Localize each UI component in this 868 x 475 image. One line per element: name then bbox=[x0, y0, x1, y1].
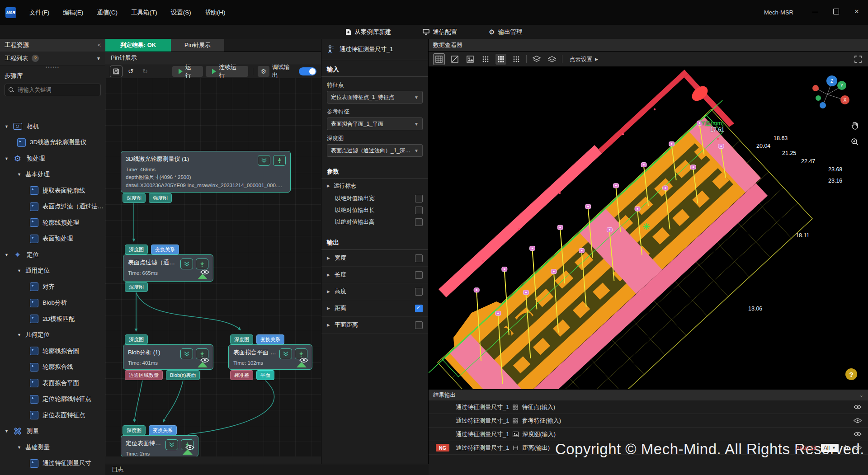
result-output-header[interactable]: 结果输出 ⌄ bbox=[429, 390, 868, 400]
caret-down-icon[interactable]: ▼ bbox=[17, 268, 21, 273]
new-from-case-button[interactable]: 从案例库新建 bbox=[345, 28, 391, 36]
port-深度图[interactable]: 深度图 bbox=[125, 334, 148, 344]
tree-item[interactable]: ▼通用定位 bbox=[0, 263, 105, 279]
chevron-down-icon[interactable]: ▼ bbox=[96, 56, 101, 61]
port-连通区域数量[interactable]: 连通区域数量 bbox=[125, 370, 163, 380]
undo-button[interactable]: ↺ bbox=[125, 66, 137, 77]
pan-hand-tool[interactable] bbox=[849, 120, 861, 132]
eye-icon[interactable] bbox=[854, 404, 862, 409]
pin-output-button[interactable] bbox=[196, 259, 208, 269]
graph-settings-button[interactable]: ⚙ bbox=[258, 66, 269, 77]
port-变换关系[interactable]: 变换关系 bbox=[256, 334, 284, 344]
depth-map-select[interactable]: 表面点过滤（通过法向）_1_深度图▼ bbox=[327, 144, 423, 157]
graph-node[interactable]: 定位表面特征点 (1)Time: 2ms bbox=[121, 435, 198, 456]
output-length-row[interactable]: ▶长度 bbox=[321, 267, 428, 283]
output-plane-distance-row[interactable]: ▶平面距离 bbox=[321, 317, 428, 334]
collapse-node-button[interactable] bbox=[180, 259, 193, 269]
tree-item[interactable]: 通过特征测量尺寸 bbox=[0, 456, 105, 472]
abs-height-checkbox[interactable] bbox=[415, 218, 423, 226]
port-强度图[interactable]: 强度图 bbox=[149, 193, 172, 203]
tree-item[interactable]: 定位轮廓线特征点 bbox=[0, 391, 105, 408]
collapse-node-button[interactable] bbox=[279, 348, 292, 359]
caret-down-icon[interactable]: ▼ bbox=[17, 333, 21, 337]
result-row[interactable]: 通过特征测量尺寸_1深度图(输入) bbox=[429, 428, 868, 441]
caret-down-icon[interactable]: ▼ bbox=[5, 429, 9, 433]
no-image-icon[interactable] bbox=[449, 54, 460, 65]
port-深度图[interactable]: 深度图 bbox=[125, 245, 148, 254]
project-list-row[interactable]: 工程列表 ? ▼ bbox=[0, 52, 105, 66]
tree-item[interactable]: 轮廓线拟合圆 bbox=[0, 343, 105, 359]
tree-item[interactable]: ▼几何定位 bbox=[0, 327, 105, 343]
eye-icon[interactable] bbox=[854, 418, 862, 423]
axis-gizmo[interactable]: Z Y X bbox=[812, 75, 855, 113]
visibility-icon[interactable] bbox=[198, 270, 209, 280]
visibility-icon[interactable] bbox=[198, 358, 209, 368]
output-width-row[interactable]: ▶宽度 bbox=[321, 250, 428, 267]
dot-grid-icon[interactable] bbox=[480, 54, 491, 65]
port-深度图[interactable]: 深度图 bbox=[230, 334, 253, 344]
menu-toolbox[interactable]: 工具箱(T) bbox=[124, 9, 164, 17]
view-mode-icon[interactable] bbox=[433, 53, 445, 65]
port-深度图[interactable]: 深度图 bbox=[123, 425, 146, 435]
tree-item[interactable]: Blob分析 bbox=[0, 295, 105, 311]
tree-item[interactable]: 轮廓线预处理 bbox=[0, 215, 105, 231]
visibility-icon[interactable] bbox=[183, 446, 194, 456]
tree-item[interactable]: ▼相机 bbox=[0, 118, 105, 135]
abs-length-checkbox[interactable] bbox=[415, 207, 423, 214]
output-management-button[interactable]: ⚙ 输出管理 bbox=[489, 28, 522, 36]
fullscreen-icon[interactable] bbox=[853, 54, 863, 65]
port-标准差[interactable]: 标准差 bbox=[230, 370, 253, 380]
minimize-button[interactable]: — bbox=[807, 5, 823, 18]
collapse-node-button[interactable] bbox=[180, 348, 193, 359]
communication-config-button[interactable]: 通信配置 bbox=[423, 28, 457, 36]
log-bar[interactable]: 日志 bbox=[105, 464, 429, 475]
tree-item[interactable]: 表面拟合平面 bbox=[0, 375, 105, 391]
tree-item[interactable]: 轮廓拟合线 bbox=[0, 359, 105, 376]
eye-icon[interactable] bbox=[854, 432, 862, 437]
debug-output-toggle[interactable] bbox=[299, 67, 316, 75]
port-深度图[interactable]: 深度图 bbox=[125, 282, 148, 292]
help-badge-icon[interactable]: ? bbox=[32, 55, 39, 62]
image-view-icon[interactable] bbox=[465, 54, 476, 65]
run-button[interactable]: 运行 bbox=[172, 66, 203, 77]
zoom-tool[interactable] bbox=[849, 136, 861, 148]
caret-down-icon[interactable]: ▼ bbox=[17, 172, 21, 177]
collapse-node-button[interactable] bbox=[165, 439, 178, 450]
tree-item[interactable]: ▼⚙预处理 bbox=[0, 150, 105, 167]
result-row[interactable]: 通过特征测量尺寸_1参考特征(输入) bbox=[429, 414, 868, 428]
caret-down-icon[interactable]: ▼ bbox=[5, 156, 9, 161]
tree-item[interactable]: ▼基础测量 bbox=[0, 439, 105, 456]
menu-help[interactable]: 帮助(H) bbox=[198, 9, 232, 17]
layers-icon[interactable] bbox=[531, 54, 542, 65]
menu-edit[interactable]: 编辑(E) bbox=[56, 9, 90, 17]
abs-width-checkbox[interactable] bbox=[415, 195, 423, 202]
search-input[interactable]: 请输入关键词 bbox=[5, 84, 101, 96]
length-checkbox[interactable] bbox=[415, 271, 423, 279]
reference-feature-select[interactable]: 表面拟合平面_1_平面▼ bbox=[327, 118, 423, 130]
port-变换关系[interactable]: 变换关系 bbox=[149, 425, 177, 435]
graph-node[interactable]: Blob分析 (1)Time: 401ms bbox=[123, 344, 213, 370]
help-button[interactable]: ? bbox=[845, 368, 857, 380]
width-checkbox[interactable] bbox=[415, 254, 423, 262]
caret-down-icon[interactable]: ▼ bbox=[5, 124, 9, 129]
tree-item[interactable]: 定位表面特征点 bbox=[0, 407, 105, 423]
pointcloud-settings-button[interactable]: 点云设置 ▶ bbox=[570, 56, 598, 63]
chart-icon[interactable] bbox=[843, 444, 849, 451]
tree-item[interactable]: 3D线激光轮廓测量仪 bbox=[0, 135, 105, 151]
pointcloud-scene[interactable]: Y差(mm)17.6118.6320.0421.2522.4723.6823.1… bbox=[429, 66, 868, 389]
menu-communication[interactable]: 通信(C) bbox=[90, 9, 124, 17]
save-button[interactable] bbox=[110, 66, 123, 77]
tree-item[interactable]: 2D模板匹配 bbox=[0, 311, 105, 327]
caret-down-icon[interactable]: ▼ bbox=[17, 445, 21, 450]
tree-item[interactable]: ▼⌖定位 bbox=[0, 247, 105, 263]
collapse-triangle-icon[interactable]: ▶ bbox=[327, 183, 330, 188]
height-checkbox[interactable] bbox=[415, 288, 423, 296]
menu-file[interactable]: 文件(F) bbox=[23, 9, 56, 17]
tree-item[interactable]: 表面点过滤（通过法向） bbox=[0, 199, 105, 215]
menu-settings[interactable]: 设置(S) bbox=[164, 9, 198, 17]
collapse-node-button[interactable] bbox=[258, 155, 270, 166]
collapse-panel-icon[interactable]: < bbox=[98, 42, 101, 48]
node-graph-canvas[interactable]: 3D线激光轮廓测量仪 (1)Time: 469msdepth图像尺寸(4096 … bbox=[105, 78, 321, 456]
plane-distance-checkbox[interactable] bbox=[415, 321, 423, 329]
tree-item[interactable]: 提取表面轮廓线 bbox=[0, 183, 105, 199]
